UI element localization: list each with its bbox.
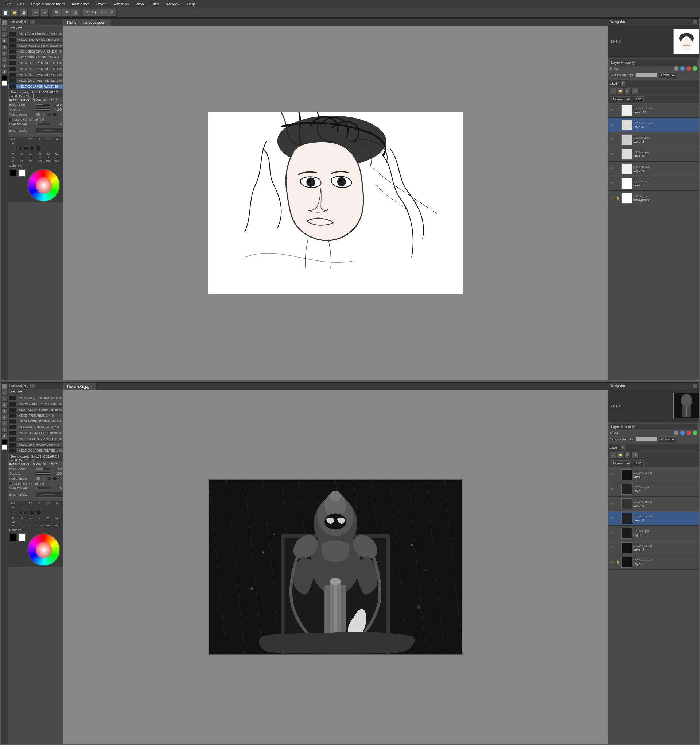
layer-eye-1-1[interactable]: 👁 [610, 123, 615, 128]
opacity-input-1[interactable] [633, 96, 644, 102]
layer-item-1-1[interactable]: 👁 100 % Normal Layer 31 [608, 118, 699, 132]
subtool-menu-btn-1[interactable]: ≡ [30, 19, 35, 24]
layer-item-1-5[interactable]: 👁 100 Normal Layer 1 [608, 176, 699, 191]
eraser-tool-2[interactable]: ◻ [1, 390, 7, 395]
canvas-content-1[interactable] [63, 26, 608, 380]
fg-color-1[interactable] [9, 169, 17, 177]
new-layer-btn-2[interactable]: + [610, 452, 616, 459]
layer-lock-2-3[interactable] [616, 545, 620, 550]
menu-edit[interactable]: Edit [15, 1, 27, 7]
eraser-tool[interactable]: ◻ [1, 25, 7, 31]
undo-btn[interactable]: ↩ [32, 9, 40, 17]
brush-item-1-3[interactable]: INK11-SEMIDRY ANGLE BRUSH # [7, 48, 63, 54]
zoom-tool-2[interactable]: ⊕ [1, 427, 7, 433]
layer-item-1-4[interactable]: 👁 53 % Normal Layer 6 [608, 162, 699, 176]
layer-eye-1-4[interactable]: 👁 [610, 166, 615, 172]
brush-item-1-6[interactable]: INK14-COLAPEN TILTED #2 # [7, 66, 63, 72]
brush-item-2-2[interactable]: INK07-XUAN PAPER LINER # [7, 407, 63, 413]
brush-item-2-0[interactable]: INK-05 CHINESE INK THIN # [7, 395, 63, 401]
brush-size-slider-2[interactable] [36, 468, 50, 470]
bg-color-1[interactable] [18, 169, 26, 177]
dot-p-1-5[interactable] [24, 146, 28, 151]
dot-p-1-1[interactable] [9, 148, 10, 149]
delete-layer-btn-2[interactable]: 🗑 [624, 452, 631, 459]
expr-dropdown-2[interactable]: Color [659, 436, 676, 442]
save-btn[interactable]: 💾 [20, 9, 28, 17]
layer-item-2-1[interactable]: 👁 100 % Normal Layer 4 [608, 511, 699, 526]
layer-eye-2-extra2[interactable]: 👁 [610, 487, 615, 492]
expr-swatch-2[interactable] [636, 437, 657, 442]
menu-layer[interactable]: Layer [93, 1, 109, 7]
dot-p-2-7[interactable] [35, 510, 41, 516]
layer-lock-1-4[interactable] [616, 167, 620, 171]
dot-p-2-4[interactable] [19, 511, 22, 515]
dot-p-1-7[interactable] [35, 145, 41, 151]
brush-item-1-0[interactable]: INK.09-TREMBLING KNIFE # [7, 31, 63, 37]
layer-item-1-0[interactable]: 👁 100 % Normal Layer 32 [608, 103, 699, 118]
layer-eye-1-0[interactable]: 👁 [610, 108, 615, 113]
layer-item-2-extra1[interactable]: 👁 100 % Normal Layer [608, 467, 699, 482]
brush-item-1-4[interactable]: INK12-DRY INK BRUSH # [7, 54, 63, 60]
layer-lock-1-3[interactable] [616, 152, 620, 157]
color1-swatch-2[interactable] [2, 439, 7, 444]
open-btn[interactable]: 📂 [10, 9, 19, 17]
aa-dot-2-3[interactable] [47, 476, 51, 481]
layer-eye-2-0[interactable]: 👁 [610, 501, 615, 506]
layer-eye-1-6[interactable]: 👁 [610, 196, 615, 200]
lasso-tool[interactable]: ⊙ [1, 32, 7, 37]
transform-tool-2[interactable]: ⊞ [1, 414, 7, 420]
corner-cb-2[interactable] [9, 482, 13, 486]
expr-dropdown-1[interactable]: Color [659, 72, 676, 78]
aa-dot-2-2[interactable] [42, 476, 46, 481]
brush-item-2-7[interactable]: INK11-SEMIDRY ANGLE BRUSH # [7, 436, 63, 442]
menu-window[interactable]: Window [163, 1, 183, 7]
brush-item-1-9[interactable]: INK17-COLAPEN WRITING #1 # [7, 84, 63, 90]
effect-icon-4[interactable] [693, 66, 697, 71]
color-wheel-wrap-2[interactable] [27, 533, 60, 566]
aa-dot-2-1[interactable] [36, 476, 40, 481]
canvas-tab-2[interactable]: Hallonex2.jpg × [63, 383, 97, 390]
layer-lock-1-1[interactable] [616, 123, 620, 127]
new-folder-btn-1[interactable]: 📁 [617, 88, 624, 94]
brush-item-2-9[interactable]: INK13-COLAPEN TILTED #1 # [7, 448, 63, 453]
text-tool-2[interactable]: A [1, 421, 7, 426]
subtool-menu-btn-2[interactable]: ≡ [30, 383, 35, 389]
layer-lock-2-2[interactable] [616, 531, 620, 535]
new-btn[interactable]: 📄 [1, 9, 9, 17]
aa-dot-1-1[interactable] [36, 112, 40, 117]
aa-dot-1-2[interactable] [42, 112, 46, 117]
brush-item-1-5[interactable]: INK13-COLAPEN TILTED #1 # [7, 60, 63, 66]
layer-eye-2-extra1[interactable]: 👁 [610, 472, 615, 477]
layer-eye-2-2[interactable]: 👁 [610, 531, 615, 536]
delete-layer-btn-1[interactable]: 🗑 [624, 88, 631, 94]
dot-p-2-2[interactable] [12, 512, 14, 514]
blend-mode-select-2[interactable]: Normal [610, 461, 631, 466]
aa-dot-2-4[interactable] [52, 476, 57, 481]
layer-item-2-2[interactable]: 👁 100 Multiply Layer [608, 526, 699, 540]
layer-eye-1-5[interactable]: 👁 [610, 181, 615, 186]
bg-color-2[interactable] [18, 533, 26, 542]
effect-icon-1[interactable] [674, 66, 679, 71]
layer-item-1-6[interactable]: 👁 🔒 100 Normal background [608, 191, 699, 205]
opacity-slider-1[interactable] [36, 108, 50, 111]
layer-item-2-4[interactable]: 👁 🔒 100 % Normal Layer 1 [608, 555, 699, 570]
text-tool[interactable]: A [1, 57, 7, 62]
layer-item-2-0[interactable]: 👁 100 % Normal Layer 5 [608, 497, 699, 511]
dot-p-1-4[interactable] [19, 147, 22, 150]
effect-icon-2-1[interactable] [674, 430, 679, 435]
layer-eye-2-1[interactable]: 👁 [610, 516, 615, 521]
canvas-tab-1[interactable]: Halftch_hypnodogy.jpg × [63, 19, 111, 25]
canvas-tab-close-1[interactable]: × [105, 21, 107, 24]
nav-menu-btn-2[interactable]: ≡ [693, 383, 697, 389]
brush-size-slider-1[interactable] [36, 103, 50, 106]
dot-p-1-6[interactable] [29, 146, 34, 151]
layer-eye-1-2[interactable]: 👁 [610, 137, 615, 142]
menu-page-management[interactable]: Page Management [28, 1, 68, 7]
stab-slider-1[interactable] [36, 123, 50, 125]
layer-lock-1-5[interactable] [616, 181, 620, 186]
layer-item-1-2[interactable]: 👁 100 Multiply Layer 2 [608, 132, 699, 147]
brush-item-1-7[interactable]: INK15-COLAPEN TILTED #3 # [7, 72, 63, 78]
dot-p-1-2[interactable] [12, 147, 14, 150]
layer-lock-1-0[interactable] [616, 108, 620, 113]
eyedrop-tool-2[interactable]: 💉 [1, 433, 7, 439]
